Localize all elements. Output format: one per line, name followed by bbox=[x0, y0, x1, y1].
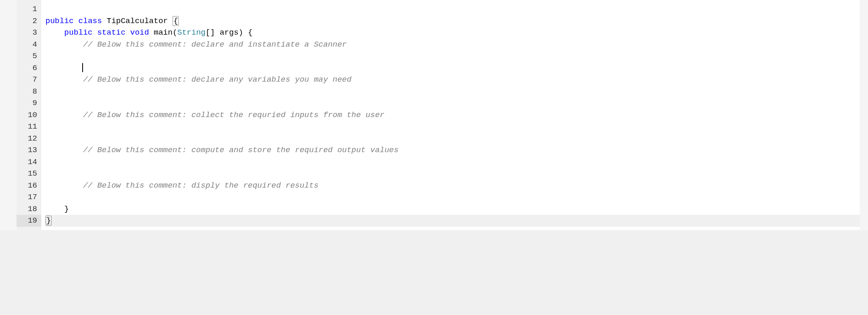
type-name: String bbox=[177, 28, 205, 37]
code-line[interactable]: // Below this comment: declare any varia… bbox=[45, 74, 860, 86]
code-line[interactable] bbox=[45, 62, 860, 74]
keyword: static bbox=[97, 28, 125, 37]
code-token: main( bbox=[154, 28, 177, 37]
line-number[interactable]: 18 bbox=[17, 203, 37, 215]
line-number[interactable]: 15 bbox=[17, 168, 37, 180]
line-number[interactable]: 7 bbox=[17, 74, 37, 86]
code-token bbox=[45, 181, 83, 190]
code-line[interactable] bbox=[45, 168, 860, 180]
code-line[interactable] bbox=[45, 3, 860, 15]
line-number[interactable]: 5 bbox=[17, 50, 37, 62]
comment: // Below this comment: compute and store… bbox=[83, 146, 398, 155]
line-number[interactable]: 14 bbox=[17, 156, 37, 168]
code-line[interactable] bbox=[45, 156, 860, 168]
line-number[interactable]: 8 bbox=[17, 86, 37, 98]
code-token: } bbox=[45, 205, 69, 214]
code-line[interactable]: } bbox=[45, 203, 860, 215]
code-content[interactable]: public class TipCalculator { public stat… bbox=[41, 0, 860, 230]
code-line[interactable]: } bbox=[45, 215, 860, 227]
code-area: 12345678910111213141516171819 public cla… bbox=[17, 0, 860, 230]
code-token bbox=[126, 28, 130, 37]
code-line[interactable]: // Below this comment: disply the requir… bbox=[45, 180, 860, 192]
comment: // Below this comment: collect the requr… bbox=[83, 110, 384, 120]
text-cursor bbox=[82, 63, 83, 72]
code-line[interactable]: // Below this comment: compute and store… bbox=[45, 144, 860, 156]
code-line[interactable] bbox=[45, 97, 860, 109]
code-token bbox=[45, 110, 83, 120]
line-number[interactable]: 17 bbox=[17, 191, 37, 203]
keyword: class bbox=[78, 16, 102, 26]
code-token bbox=[149, 28, 154, 37]
code-token: } bbox=[45, 216, 52, 226]
code-line[interactable]: // Below this comment: declare and insta… bbox=[45, 39, 860, 51]
code-token bbox=[45, 28, 64, 37]
line-number[interactable]: 10 bbox=[17, 109, 37, 121]
line-number[interactable]: 19 bbox=[17, 215, 41, 227]
line-number[interactable]: 11 bbox=[17, 121, 37, 133]
line-number[interactable]: 9 bbox=[17, 97, 37, 109]
line-number[interactable]: 16 bbox=[17, 180, 37, 192]
code-line[interactable]: // Below this comment: collect the requr… bbox=[45, 109, 860, 121]
code-token bbox=[45, 63, 83, 73]
line-number[interactable]: 2 bbox=[17, 15, 37, 27]
keyword: public bbox=[45, 16, 74, 26]
code-token bbox=[45, 146, 83, 155]
code-line[interactable] bbox=[45, 121, 860, 133]
code-token bbox=[74, 16, 78, 26]
line-number[interactable]: 13 bbox=[17, 144, 37, 156]
line-number[interactable]: 1 bbox=[17, 3, 37, 15]
code-token bbox=[45, 75, 83, 84]
line-number[interactable]: 3 bbox=[17, 27, 37, 39]
code-line[interactable] bbox=[45, 50, 860, 62]
comment: // Below this comment: declare any varia… bbox=[83, 75, 351, 84]
code-token: [] args) { bbox=[206, 28, 253, 37]
code-line[interactable] bbox=[45, 133, 860, 145]
code-token bbox=[92, 28, 97, 37]
comment: // Below this comment: declare and insta… bbox=[83, 40, 347, 49]
code-token: TipCalculator bbox=[107, 16, 168, 26]
code-editor[interactable]: 12345678910111213141516171819 public cla… bbox=[0, 0, 868, 230]
code-line[interactable] bbox=[45, 86, 860, 98]
line-number[interactable]: 4 bbox=[17, 39, 37, 51]
line-number[interactable]: 6 bbox=[17, 62, 37, 74]
keyword: public bbox=[64, 28, 92, 37]
code-line[interactable] bbox=[45, 191, 860, 203]
code-line[interactable]: public class TipCalculator { bbox=[45, 15, 860, 27]
comment: // Below this comment: disply the requir… bbox=[83, 181, 318, 190]
code-line[interactable]: public static void main(String[] args) { bbox=[45, 27, 860, 39]
line-number[interactable]: 12 bbox=[17, 133, 37, 145]
code-token bbox=[45, 40, 83, 49]
line-number-gutter[interactable]: 12345678910111213141516171819 bbox=[17, 0, 41, 230]
code-token: { bbox=[173, 16, 179, 26]
code-token bbox=[102, 16, 107, 26]
keyword: void bbox=[130, 28, 149, 37]
code-token bbox=[168, 16, 172, 26]
